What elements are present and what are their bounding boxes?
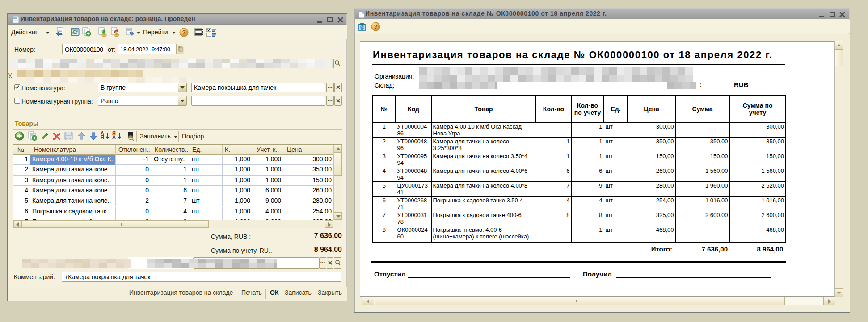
svg-text:@: @ bbox=[359, 25, 364, 30]
svg-text:ЕОК: ЕОК bbox=[66, 137, 72, 140]
svg-text:?: ? bbox=[182, 29, 186, 36]
svg-text:?: ? bbox=[374, 23, 378, 30]
